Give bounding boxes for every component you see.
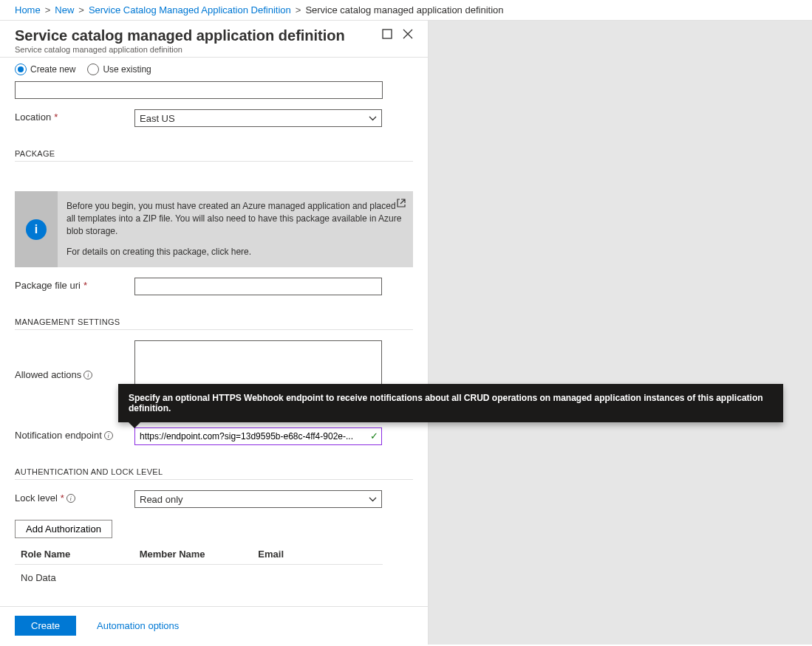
notification-tooltip: Specify an optional HTTPS Webhook endpoi… bbox=[118, 384, 783, 422]
notification-endpoint-label: Notification endpoint i bbox=[15, 427, 134, 441]
col-role: Role Name bbox=[21, 549, 140, 560]
chevron-right-icon: > bbox=[45, 4, 51, 16]
location-label: Location* bbox=[15, 109, 134, 123]
chevron-right-icon: > bbox=[78, 4, 84, 16]
section-management: MANAGEMENT SETTINGS bbox=[15, 317, 413, 330]
allowed-actions-label: Allowed actions i bbox=[15, 367, 134, 380]
notification-endpoint-input[interactable] bbox=[134, 427, 382, 445]
breadcrumb-new[interactable]: New bbox=[55, 4, 74, 16]
location-select[interactable]: East US bbox=[134, 109, 382, 127]
external-link-icon[interactable] bbox=[397, 199, 406, 207]
info-line1: Before you begin, you must have created … bbox=[66, 200, 406, 237]
auth-table-header: Role Name Member Name Email bbox=[15, 544, 383, 565]
automation-options-link[interactable]: Automation options bbox=[97, 620, 179, 631]
create-button[interactable]: Create bbox=[15, 616, 76, 636]
section-package: PACKAGE bbox=[15, 149, 413, 162]
location-value: East US bbox=[140, 113, 175, 124]
radio-create-new-label: Create new bbox=[30, 64, 75, 75]
package-uri-label: Package file uri* bbox=[15, 278, 134, 291]
radio-create-new[interactable]: Create new bbox=[15, 63, 75, 75]
add-authorization-button[interactable]: Add Authorization bbox=[15, 520, 112, 538]
package-uri-input[interactable] bbox=[134, 278, 382, 295]
info-icon[interactable]: i bbox=[104, 431, 113, 440]
resource-group-input[interactable] bbox=[15, 81, 383, 99]
table-row-empty: No Data bbox=[15, 565, 383, 591]
blade-header: Service catalog managed application defi… bbox=[0, 21, 428, 58]
info-line2: For details on creating this package, cl… bbox=[66, 246, 406, 258]
svg-rect-0 bbox=[383, 30, 392, 38]
maximize-icon[interactable] bbox=[382, 29, 392, 39]
chevron-down-icon bbox=[369, 497, 377, 502]
section-auth: AUTHENTICATION AND LOCK LEVEL bbox=[15, 467, 413, 480]
radio-use-existing-label: Use existing bbox=[103, 64, 151, 75]
chevron-down-icon bbox=[369, 116, 377, 121]
blade-content: Create new Use existing Location* East U… bbox=[0, 58, 428, 606]
package-info-box: i Before you begin, you must have create… bbox=[15, 191, 413, 267]
blade-footer: Create Automation options bbox=[0, 606, 428, 645]
right-panel bbox=[429, 21, 812, 645]
breadcrumb: Home > New > Service Catalog Managed App… bbox=[0, 0, 812, 21]
col-email: Email bbox=[258, 549, 377, 560]
close-icon[interactable] bbox=[403, 29, 413, 39]
col-member: Member Name bbox=[140, 549, 259, 560]
info-icon[interactable]: i bbox=[66, 494, 75, 503]
chevron-right-icon: > bbox=[296, 4, 301, 16]
page-title: Service catalog managed application defi… bbox=[15, 27, 345, 44]
page-subtitle: Service catalog managed application defi… bbox=[15, 45, 345, 54]
lock-level-label: Lock level* i bbox=[15, 490, 134, 504]
info-icon[interactable]: i bbox=[83, 371, 92, 379]
breadcrumb-definition-list[interactable]: Service Catalog Managed Application Defi… bbox=[89, 4, 291, 16]
lock-level-value: Read only bbox=[140, 494, 183, 505]
blade-panel: Service catalog managed application defi… bbox=[0, 21, 429, 645]
radio-use-existing[interactable]: Use existing bbox=[87, 63, 151, 75]
lock-level-select[interactable]: Read only bbox=[134, 490, 382, 508]
checkmark-icon: ✓ bbox=[370, 430, 378, 441]
resource-group-radio: Create new Use existing bbox=[15, 63, 413, 75]
breadcrumb-home[interactable]: Home bbox=[15, 4, 41, 16]
breadcrumb-current: Service catalog managed application defi… bbox=[305, 4, 503, 16]
info-icon: i bbox=[26, 219, 47, 240]
